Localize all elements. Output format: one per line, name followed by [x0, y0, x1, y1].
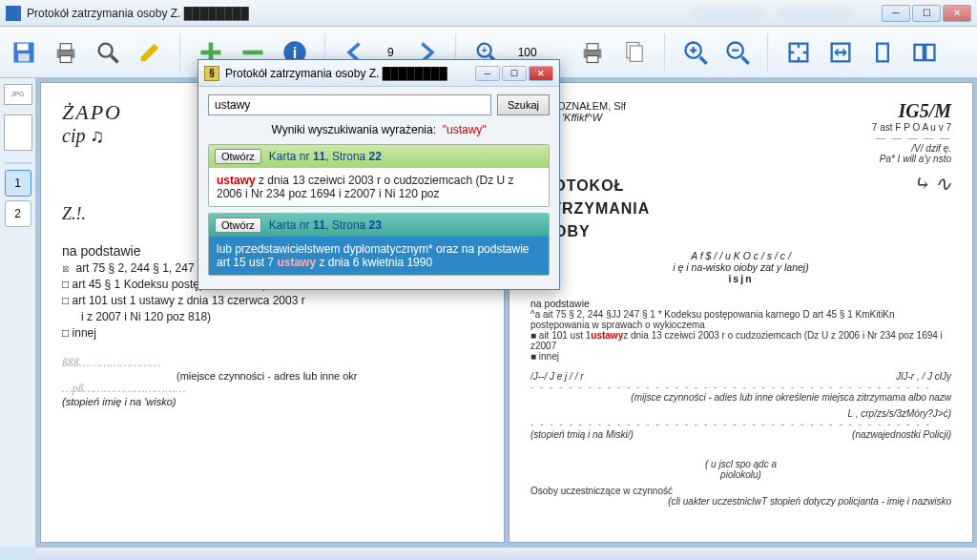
toolbar-separator-4	[664, 33, 666, 72]
search-input[interactable]	[208, 94, 491, 115]
hand-squiggle-2: …pß…………………………	[62, 382, 483, 396]
dialog-minimize-button[interactable]: ─	[475, 66, 500, 81]
search-submit-button[interactable]: Szukaj	[497, 94, 550, 115]
svg-rect-5	[60, 55, 72, 62]
r-signature: ⤷ ∿	[912, 172, 952, 197]
svg-text:+: +	[481, 44, 487, 55]
svg-rect-10	[201, 50, 221, 54]
single-page-icon	[869, 39, 896, 66]
titlebar-blur-1	[691, 6, 767, 21]
main-titlebar: Protokół zatrzymania osoby Z. ████████ ─…	[0, 0, 977, 27]
svg-point-6	[99, 43, 113, 56]
magnifier-icon	[94, 39, 121, 66]
r-dotnote-2l: (stopień tmią i na Miski/)	[530, 429, 634, 440]
result-1-snippet: ustawy z dnia 13 czeiwci 2003 r o cudzoz…	[209, 168, 549, 206]
search-result-1: Otwórz Karta nr 11, Strona 22 ustawy z d…	[208, 144, 550, 207]
printer-icon	[52, 39, 79, 66]
results-label: Wyniki wyszukiwania wyrażenia: "ustawy"	[208, 123, 550, 136]
dialog-close-button[interactable]: ✕	[529, 66, 553, 81]
r-top-right-dots: — — — — —	[872, 133, 951, 143]
copy-button[interactable]	[618, 36, 651, 69]
thumbs-separator	[4, 162, 32, 164]
search-result-2: Otwórz Karta nr 11, Strona 23 lub przeds…	[208, 213, 550, 276]
dialog-icon: §	[204, 66, 219, 81]
r-block-1: ( u jscl spo ądc a	[530, 459, 951, 469]
edit-button[interactable]	[134, 36, 166, 69]
sidebar-thumbs: JPG 1 2	[0, 78, 36, 547]
thumb-tab-1[interactable]: 1	[5, 170, 31, 197]
r-block-2: piolokolu)	[530, 469, 951, 480]
r-dot2-r: L , crp/zs/s/3zMóry?J>ć)	[530, 408, 951, 419]
zoom-in-button[interactable]	[679, 36, 712, 69]
print-button[interactable]	[50, 36, 82, 69]
svg-rect-19	[587, 55, 598, 62]
r-top-right-1: IG5/M	[872, 100, 951, 122]
svg-rect-33	[925, 44, 934, 59]
zoom-out-button[interactable]	[721, 36, 754, 69]
open-result-1-button[interactable]: Otwórz	[215, 149, 261, 164]
print-page-button[interactable]	[576, 36, 609, 69]
r-l3: ■ ait 101 ust 1ustawyz dnia 13 czeiwci 2…	[530, 330, 951, 351]
r-dotsep-2: - - - - - - - - - - - - - - - - - - - - …	[530, 419, 951, 429]
fit-width-icon	[827, 39, 854, 66]
zoom-out-icon	[724, 39, 751, 66]
dialog-title: Protokół zatrzymania osoby Z. ████████	[225, 67, 447, 80]
minimize-button[interactable]: ─	[882, 5, 910, 22]
horizontal-scrollbar[interactable]	[36, 547, 977, 560]
svg-rect-32	[915, 44, 924, 59]
close-button[interactable]: ✕	[943, 5, 971, 22]
r-sub-1: A f $ / / u K O c / s / c /	[530, 250, 951, 261]
search-dialog: § Protokół zatrzymania osoby Z. ████████…	[197, 59, 560, 290]
titlebar-blur-2	[777, 6, 853, 21]
footnote-1: (miejsce czynności - adres lub inne okr	[62, 370, 483, 382]
single-page-button[interactable]	[866, 36, 899, 69]
thumb-preview-doc[interactable]	[4, 114, 32, 151]
fit-width-button[interactable]	[824, 36, 857, 69]
r-sec-label: na podstawie	[530, 298, 951, 309]
two-page-button[interactable]	[908, 36, 941, 69]
thumb-tab-2[interactable]: 2	[5, 200, 31, 227]
copy-icon	[621, 39, 648, 66]
page-right[interactable]: ■ZAPOZNAŁEM, Slf C*mO 'Kffikf^W IG5/M 7 …	[509, 82, 973, 543]
zoom-level: 100	[512, 46, 543, 59]
result-2-link[interactable]: Karta nr 11, Strona 23	[269, 218, 382, 232]
law-line-3: art 101 ust 1 ustawy z dnia 13 czerwca 2…	[62, 294, 483, 307]
window-title: Protokół zatrzymania osoby Z. ████████	[27, 7, 249, 20]
svg-rect-1	[17, 43, 29, 50]
pencil-icon	[136, 39, 163, 66]
law-line-5: innej	[62, 326, 483, 340]
thumb-preview-jpg[interactable]: JPG	[4, 84, 32, 105]
toolbar-separator-1	[179, 33, 181, 72]
r-bottom-label: Osoby uczestniczące w czynność	[530, 486, 951, 496]
two-page-icon	[911, 39, 938, 66]
fit-page-button[interactable]	[782, 36, 815, 69]
printer-icon	[579, 39, 606, 66]
r-l4: ■ innej	[530, 351, 951, 362]
result-1-link[interactable]: Karta nr 11, Strona 22	[269, 150, 382, 163]
search-button[interactable]	[92, 36, 124, 69]
r-l1: ^a ait 75 § 2, 244 §JJ 247 § 1 * Kodeksu…	[530, 309, 951, 320]
law-line-4: i z 2007 i Ni 120 poz 818)	[62, 310, 483, 323]
r-dot1-r: JlJ-r , / J cłJy	[896, 371, 951, 382]
svg-rect-11	[243, 50, 263, 54]
svg-line-7	[112, 55, 118, 62]
open-result-2-button[interactable]: Otwórz	[215, 218, 261, 233]
window-controls: ─ ☐ ✕	[882, 5, 971, 22]
r-top-right-4: Pa* I will a'y nsto	[872, 154, 951, 164]
svg-rect-31	[877, 43, 888, 61]
maximize-button[interactable]: ☐	[912, 5, 941, 22]
dialog-maximize-button[interactable]: ☐	[502, 66, 527, 81]
r-dot1-l: /J--/ J e j / / r	[530, 371, 584, 382]
zoom-in-icon	[682, 39, 709, 66]
fit-page-icon	[785, 39, 812, 66]
floppy-icon	[10, 39, 37, 66]
r-dotsep-1: - - - - - - - - - - - - - - - - - - - - …	[530, 382, 951, 392]
save-button[interactable]	[8, 36, 40, 69]
dialog-titlebar[interactable]: § Protokół zatrzymania osoby Z. ████████…	[198, 60, 559, 87]
r-sub-3: isjn	[530, 273, 951, 284]
r-top-right-2: 7 ast F P O A u v 7	[872, 122, 951, 133]
svg-marker-8	[141, 43, 159, 61]
svg-rect-4	[60, 43, 72, 50]
footnote-2: (stopień imię i na 'wisko)	[62, 396, 483, 407]
result-2-snippet: lub przedstawicielstwem dyplomatycznym* …	[209, 237, 549, 275]
